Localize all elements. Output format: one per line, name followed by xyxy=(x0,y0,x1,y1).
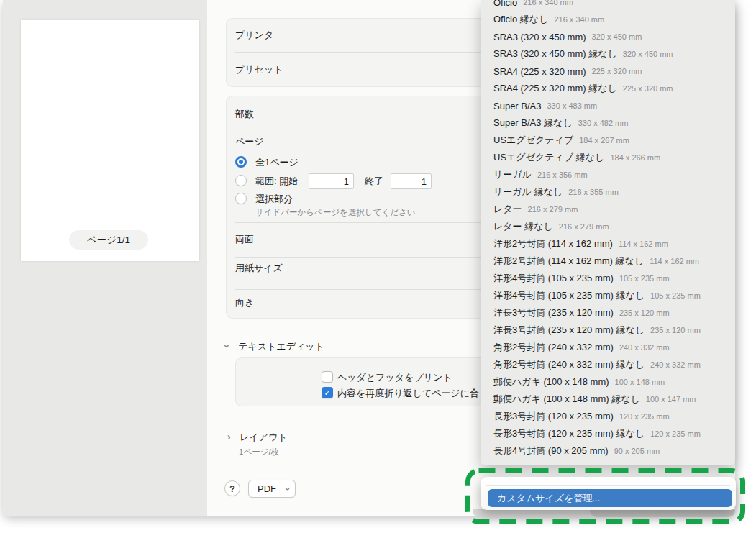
paper-size-label: 角形2号封筒 (240 x 332 mm) 縁なし xyxy=(493,358,645,371)
paper-size-option[interactable]: 長形4号封筒 (90 x 205 mm)90 x 205 mm xyxy=(481,442,735,460)
paper-size-dimensions: 114 x 162 mm xyxy=(650,257,699,265)
paper-size-dimensions: 216 x 340 mm xyxy=(554,15,604,24)
chevron-right-icon: › xyxy=(227,431,231,442)
paper-size-dimensions: 216 x 340 mm xyxy=(523,0,573,6)
paper-size-dimensions: 235 x 120 mm xyxy=(650,326,701,334)
layout-section-title: レイアウト xyxy=(240,432,288,442)
paper-size-label: 洋形2号封筒 (114 x 162 mm) 縁なし xyxy=(493,255,644,268)
radio-page-range[interactable] xyxy=(235,175,247,186)
paper-size-dimensions: 235 x 120 mm xyxy=(619,309,670,317)
checkbox-print-header-footer-label: ヘッダとフッタをプリント xyxy=(337,372,452,383)
paper-size-dimensions: 105 x 235 mm xyxy=(619,274,670,283)
paper-size-option[interactable]: 洋形4号封筒 (105 x 235 mm) 縁なし105 x 235 mm xyxy=(481,287,735,304)
paper-size-option[interactable]: 洋形4号封筒 (105 x 235 mm)105 x 235 mm xyxy=(481,270,735,287)
paper-size-option[interactable]: 郵便ハガキ (100 x 148 mm)100 x 148 mm xyxy=(481,373,735,391)
manage-custom-sizes-item[interactable]: カスタムサイズを管理... xyxy=(488,489,732,507)
paper-size-option[interactable]: Oficio216 x 340 mm xyxy=(481,0,735,11)
paper-size-label: レター 縁なし xyxy=(493,220,553,233)
checkbox-rewrap-content[interactable] xyxy=(322,387,333,398)
paper-size-dimensions: 240 x 332 mm xyxy=(650,360,701,369)
radio-selection-label: 選択部分 xyxy=(255,193,293,205)
paper-size-option[interactable]: 角形2号封筒 (240 x 332 mm)240 x 332 mm xyxy=(481,339,735,356)
range-end-input[interactable] xyxy=(391,173,432,189)
print-dialog-screen: ページ1/1 プリンタ プリセット 部数 ページ 全1ページ 範囲: 開始 終了… xyxy=(0,0,756,533)
paper-size-label: Super B/A3 xyxy=(493,101,542,111)
pdf-button-label: PDF xyxy=(258,483,276,494)
checkbox-print-header-footer[interactable] xyxy=(322,371,333,383)
range-end-label: 終了 xyxy=(365,176,383,187)
paper-size-option[interactable]: リーガル216 x 356 mm xyxy=(481,166,735,183)
paper-size-option[interactable]: 洋形2号封筒 (114 x 162 mm) 縁なし114 x 162 mm xyxy=(481,252,735,270)
page-preview: ページ1/1 xyxy=(21,20,199,261)
paper-size-label: SRA4 (225 x 320 mm) 縁なし xyxy=(493,82,617,95)
paper-size-label: 洋形2号封筒 (114 x 162 mm) xyxy=(493,237,613,250)
two-sided-row-label: 両面 xyxy=(235,234,254,245)
section-textedit[interactable]: › テキストエディット xyxy=(226,340,324,352)
paper-size-option[interactable]: SRA3 (320 x 450 mm)320 x 450 mm xyxy=(481,28,735,45)
range-start-input[interactable] xyxy=(309,173,354,189)
paper-size-option[interactable]: USエグゼクティブ184 x 267 mm xyxy=(481,132,735,149)
pages-row-label: ページ xyxy=(235,136,264,147)
paper-size-option[interactable]: SRA3 (320 x 450 mm) 縁なし320 x 450 mm xyxy=(481,45,735,63)
paper-size-label: 洋長3号封筒 (235 x 120 mm) xyxy=(493,306,614,319)
paper-size-label: 長形3号封筒 (120 x 235 mm) xyxy=(493,410,614,423)
paper-size-option[interactable]: Super B/A3330 x 483 mm xyxy=(481,97,735,114)
help-button[interactable]: ? xyxy=(224,480,240,496)
radio-all-pages[interactable] xyxy=(235,156,247,168)
radio-all-pages-label: 全1ページ xyxy=(255,157,299,168)
paper-size-label: Super B/A3 縁なし xyxy=(493,117,573,129)
paper-size-option[interactable]: レター 縁なし216 x 279 mm xyxy=(481,218,735,235)
paper-size-option[interactable]: USエグゼクティブ 縁なし184 x 266 mm xyxy=(481,149,735,166)
paper-size-dimensions: 114 x 162 mm xyxy=(619,240,668,248)
paper-size-option[interactable]: 洋形2号封筒 (114 x 162 mm)114 x 162 mm xyxy=(481,235,735,252)
radio-selection[interactable] xyxy=(235,193,247,204)
paper-size-option[interactable]: リーガル 縁なし216 x 355 mm xyxy=(481,183,735,201)
presets-row-label: プリセット xyxy=(235,64,283,76)
paper-size-label: Oficio 縁なし xyxy=(493,13,548,26)
chevron-down-icon: › xyxy=(222,345,233,348)
pdf-chevron-down-icon: › xyxy=(283,488,293,491)
paper-size-dimensions: 184 x 267 mm xyxy=(579,136,629,145)
paper-size-dimensions: 216 x 355 mm xyxy=(568,188,619,196)
paper-size-label: 洋形4号封筒 (105 x 235 mm) 縁なし xyxy=(493,289,645,302)
paper-size-dimensions: 225 x 320 mm xyxy=(592,67,642,76)
paper-size-label: 洋長3号封筒 (235 x 120 mm) 縁なし xyxy=(493,324,645,337)
textedit-section-title: テキストエディット xyxy=(238,341,324,352)
paper-size-list: Oficio216 x 340 mmOficio 縁なし216 x 340 mm… xyxy=(481,0,735,460)
paper-size-label: 郵便ハガキ (100 x 148 mm) xyxy=(493,375,609,388)
paper-size-dimensions: 330 x 483 mm xyxy=(547,101,598,110)
selection-hint: サイドバーからページを選択してください xyxy=(255,207,416,218)
paper-size-option[interactable]: 長形3号封筒 (120 x 235 mm) 縁なし120 x 235 mm xyxy=(481,425,735,442)
page-badge: ページ1/1 xyxy=(69,230,148,250)
paper-size-label: USエグゼクティブ xyxy=(493,134,573,147)
paper-size-dimensions: 184 x 266 mm xyxy=(610,153,660,162)
paper-size-option[interactable]: 洋長3号封筒 (235 x 120 mm) 縁なし235 x 120 mm xyxy=(481,322,735,339)
paper-size-option[interactable]: 角形2号封筒 (240 x 332 mm) 縁なし240 x 332 mm xyxy=(481,356,735,373)
copies-row-label: 部数 xyxy=(235,109,254,120)
paper-size-option[interactable]: SRA4 (225 x 320 mm) 縁なし225 x 320 mm xyxy=(481,80,735,97)
paper-size-option[interactable]: 長形3号封筒 (120 x 235 mm)120 x 235 mm xyxy=(481,408,735,425)
paper-size-option[interactable]: レター216 x 279 mm xyxy=(481,201,735,218)
pdf-button[interactable]: PDF › xyxy=(248,480,296,498)
section-layout[interactable]: › レイアウト xyxy=(227,430,288,443)
paper-size-option[interactable]: SRA4 (225 x 320 mm)225 x 320 mm xyxy=(481,63,735,80)
paper-size-option[interactable]: 郵便ハガキ (100 x 148 mm) 縁なし100 x 147 mm xyxy=(481,391,735,408)
paper-size-label: SRA4 (225 x 320 mm) xyxy=(493,66,586,77)
paper-size-row-label: 用紙サイズ xyxy=(235,263,283,274)
paper-size-option[interactable]: Oficio 縁なし216 x 340 mm xyxy=(481,11,735,28)
print-preview-pane: ページ1/1 xyxy=(3,0,207,516)
paper-size-option[interactable]: 洋長3号封筒 (235 x 120 mm)235 x 120 mm xyxy=(481,304,735,322)
menu-separator xyxy=(486,485,730,486)
paper-size-dimensions: 225 x 320 mm xyxy=(623,84,673,93)
paper-size-dimensions: 216 x 279 mm xyxy=(528,205,578,214)
paper-size-option[interactable]: Super B/A3 縁なし330 x 482 mm xyxy=(481,114,735,132)
paper-size-label: リーガル xyxy=(493,168,532,181)
paper-size-dimensions: 216 x 356 mm xyxy=(537,170,588,179)
paper-size-label: SRA3 (320 x 450 mm) 縁なし xyxy=(493,47,617,60)
paper-size-dimensions: 105 x 235 mm xyxy=(650,291,701,300)
paper-size-dimensions: 216 x 279 mm xyxy=(559,222,609,231)
paper-size-label: SRA3 (320 x 450 mm) xyxy=(493,32,586,42)
paper-size-dimensions: 100 x 148 mm xyxy=(615,378,665,386)
paper-size-label: USエグゼクティブ 縁なし xyxy=(493,151,604,164)
paper-size-label: 洋形4号封筒 (105 x 235 mm) xyxy=(493,272,614,285)
